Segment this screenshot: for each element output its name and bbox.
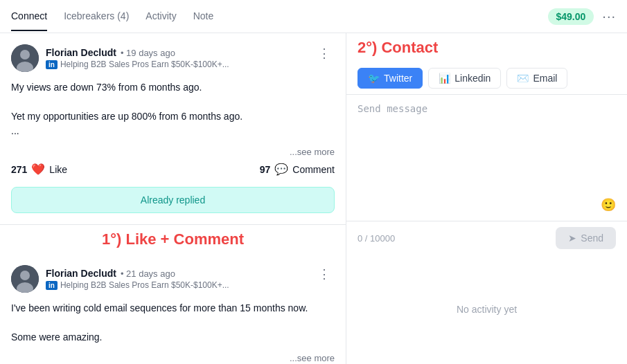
post-card-1: Florian Decludt • 19 days ago in Helping… xyxy=(0,33,346,225)
post-header-2: Florian Decludt • 21 days ago in Helping… xyxy=(11,265,335,293)
avatar-1 xyxy=(11,44,39,72)
right-panel: 2°) Contact 🐦 Twitter 📊 Linkedin ✉️ Emai… xyxy=(346,33,627,364)
post-actions-1: 271 ❤️ Like 97 💬 Comment xyxy=(11,157,335,181)
tab-note[interactable]: Note xyxy=(193,2,214,31)
comments-label-1: Comment xyxy=(292,164,335,175)
top-navigation: Connect Icebreakers (4) Activity Note $4… xyxy=(0,0,627,33)
comments-group-1: 97 💬 Comment xyxy=(260,163,335,176)
nav-right-section: $49.00 ··· xyxy=(548,8,617,25)
see-more-link-2[interactable]: ...see more xyxy=(290,353,335,363)
author-info-2: Florian Decludt • 21 days ago in Helping… xyxy=(46,268,229,290)
channel-tab-twitter[interactable]: 🐦 Twitter xyxy=(357,68,423,89)
channel-tab-linkedin[interactable]: 📊 Linkedin xyxy=(428,68,501,89)
svg-point-4 xyxy=(20,271,30,280)
channel-tab-twitter-label: Twitter xyxy=(384,73,412,84)
avatar-2 xyxy=(11,265,39,293)
main-content: Florian Decludt • 19 days ago in Helping… xyxy=(0,33,627,364)
emoji-button[interactable]: 🙂 xyxy=(601,197,616,212)
no-activity-message: No activity yet xyxy=(346,255,627,364)
tab-connect[interactable]: Connect xyxy=(11,2,47,31)
author-subtitle-1: in Helping B2B Sales Pros Earn $50K-$100… xyxy=(46,60,229,69)
twitter-icon: 🐦 xyxy=(368,73,380,84)
comment-icon-1: 💬 xyxy=(274,163,288,176)
email-icon: ✉️ xyxy=(517,73,529,84)
svg-point-1 xyxy=(20,50,30,60)
author-time-1: • 19 days ago xyxy=(121,48,175,58)
see-more-2: ...see more xyxy=(11,353,335,363)
comments-count-1: 97 xyxy=(260,164,271,175)
author-name-row-1: Florian Decludt • 19 days ago xyxy=(46,47,229,58)
send-label: Send xyxy=(581,233,603,244)
contact-header: 2°) Contact xyxy=(346,33,627,62)
heart-icon-1: ❤️ xyxy=(31,163,45,176)
send-icon: ➤ xyxy=(568,233,576,244)
author-subtitle-2: in Helping B2B Sales Pros Earn $50K-$100… xyxy=(46,280,229,290)
see-more-1: ...see more xyxy=(11,147,335,157)
see-more-link-1[interactable]: ...see more xyxy=(290,147,335,157)
likes-count-1: 271 xyxy=(11,164,27,175)
post-card-2: Florian Decludt • 21 days ago in Helping… xyxy=(0,254,346,364)
author-info-1: Florian Decludt • 19 days ago in Helping… xyxy=(46,47,229,69)
send-button[interactable]: ➤ Send xyxy=(556,227,616,249)
char-count: 0 / 10000 xyxy=(357,233,395,244)
message-footer: 0 / 10000 ➤ Send xyxy=(346,221,627,255)
tab-activity[interactable]: Activity xyxy=(145,2,176,31)
channel-tab-linkedin-label: Linkedin xyxy=(454,73,491,84)
likes-label-1: Like xyxy=(49,164,67,175)
channel-tab-email-label: Email xyxy=(533,73,557,84)
post-header-1: Florian Decludt • 19 days ago in Helping… xyxy=(11,44,335,72)
channel-tabs: 🐦 Twitter 📊 Linkedin ✉️ Email xyxy=(346,62,627,95)
price-badge: $49.00 xyxy=(548,8,594,25)
author-name-row-2: Florian Decludt • 21 days ago xyxy=(46,268,229,279)
posts-panel: Florian Decludt • 19 days ago in Helping… xyxy=(0,33,346,364)
author-name-1: Florian Decludt xyxy=(46,47,116,58)
likes-group-1: 271 ❤️ Like xyxy=(11,163,67,176)
post-author-1: Florian Decludt • 19 days ago in Helping… xyxy=(11,44,229,72)
post-menu-button-2[interactable]: ⋮ xyxy=(314,265,335,283)
message-input[interactable] xyxy=(357,103,616,197)
linkedin-badge-1: in xyxy=(46,60,58,69)
author-name-2: Florian Decludt xyxy=(46,268,116,279)
like-comment-annotation: 1°) Like + Comment xyxy=(0,225,346,254)
post-author-2: Florian Decludt • 21 days ago in Helping… xyxy=(11,265,229,293)
post-menu-button-1[interactable]: ⋮ xyxy=(314,44,335,62)
tab-icebreakers[interactable]: Icebreakers (4) xyxy=(64,2,129,31)
contact-title: 2°) Contact xyxy=(357,39,438,57)
message-compose-area: 🙂 xyxy=(346,95,627,221)
post-text-2: I've been writing cold email sequences f… xyxy=(11,301,335,345)
already-replied-button-1[interactable]: Already replied xyxy=(11,187,335,213)
channel-tab-email[interactable]: ✉️ Email xyxy=(506,68,567,89)
more-options-button[interactable]: ··· xyxy=(602,8,616,24)
linkedin-icon: 📊 xyxy=(439,73,450,84)
author-time-2: • 21 days ago xyxy=(121,269,175,279)
linkedin-badge-2: in xyxy=(46,281,58,290)
post-text-1: My views are down 73% from 6 months ago.… xyxy=(11,80,335,138)
